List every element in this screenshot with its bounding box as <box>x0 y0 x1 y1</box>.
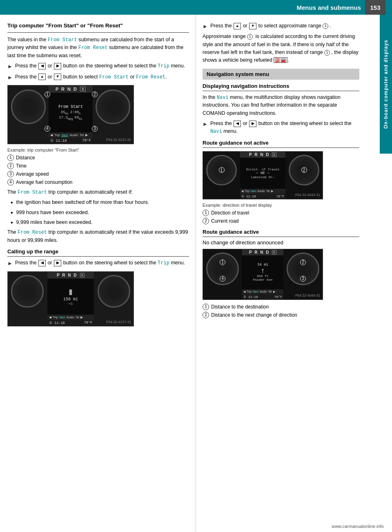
header-title: Menus and submenus <box>180 4 365 11</box>
from-reset-code: From Reset <box>78 45 108 51</box>
callout-r4-2: 2 <box>300 259 306 265</box>
cluster-image-2: P R N D S ▮ 150 mi —1 ◀ Trip <box>7 271 134 326</box>
from-reset-code-3: From Reset <box>18 230 47 235</box>
circle-r2: 2 <box>203 218 209 224</box>
bottom-row-1: ◀ Trip Navi Audio Tel ▶ <box>49 132 93 138</box>
gauge-right-1 <box>96 89 130 124</box>
callout-r4-4: 4 <box>220 276 225 282</box>
num-item-r1: 1 Direction of travel <box>203 209 359 217</box>
nav-tabs-2: ◀ Trip Navi Audio Tel ▶ <box>49 315 83 319</box>
data-row-2: 17.3mpg 68mi <box>59 116 82 121</box>
dot-2: • <box>11 209 13 217</box>
center-display-3: P R N D S Direct. of Travel — NE — Lakes… <box>240 152 285 199</box>
circle-range-3: 1 <box>324 50 330 56</box>
callout-1: 1 <box>45 92 50 97</box>
item1-label: Distance <box>16 154 35 161</box>
item2-label: Time <box>16 162 27 170</box>
s-label-1: S <box>80 87 86 92</box>
num-item-3: 3 Average speed <box>7 170 189 178</box>
cluster-image-1: P R N D S From Start 35mi 2:00h 17.3mpg … <box>7 85 134 144</box>
section2-title: Calling up the range <box>7 248 189 255</box>
page-footer: www.carmanualonline.info <box>332 524 384 529</box>
right-btn-icon-1: ▶ <box>54 63 61 69</box>
circle-3: 3 <box>7 171 14 177</box>
num-item-4: 4 Average fuel consumption <box>7 179 189 186</box>
route-active-divider <box>203 237 359 237</box>
left-btn-icon-r1: ◀ <box>234 121 241 127</box>
cluster-image-3-wrapper: 1 2 P R N D S Direct. of Travel — NE — L… <box>203 151 359 199</box>
navi-code-1: Navi <box>217 95 229 101</box>
temp-1: 70°F <box>82 139 91 143</box>
dot-item-2: • 999 hours have been exceeded. <box>7 209 189 217</box>
from-reset-code-2: From Reset <box>136 74 165 80</box>
nav-bullet-1: ► Press the ◀ or ▶ button on the steerin… <box>203 120 359 136</box>
right-btn-icon-r1: ▶ <box>249 121 256 127</box>
center-display-2: P R N D S ▮ 150 mi —1 ◀ Trip <box>47 272 94 326</box>
circle-r3: 1 <box>203 304 209 310</box>
circle-4: 4 <box>7 179 14 186</box>
display-nav-body: In the Navi menu, the multifunction disp… <box>203 94 359 117</box>
left-btn-icon-1: ◀ <box>38 63 46 69</box>
bottom-row-2: ◀ Trip Navi Audio Tel ▶ <box>47 315 94 320</box>
from-start-code-3: From Start <box>18 190 47 195</box>
arrow-icon-3: ► <box>7 259 13 268</box>
no-change-title: No change of direction announced <box>203 239 359 246</box>
from-start-display: From Start <box>58 105 83 109</box>
center-data-1: From Start 35mi 2:00h 17.3mpg 68mi <box>49 93 93 132</box>
right-bullet-top: ► Press the ▲ or ▼ to select approximate… <box>203 22 359 31</box>
route-active-title: Route guidance active <box>203 229 359 235</box>
right-btn-icon-2: ▶ <box>54 260 61 266</box>
trip-code-2: Trip <box>158 260 169 266</box>
route-inactive-title: Route guidance not active <box>203 140 359 146</box>
cluster-image-1-wrapper: P R N D S From Start 35mi 2:00h 17.3mpg … <box>7 85 189 144</box>
callout-r2: 2 <box>301 167 307 173</box>
arrow-icon-r2: ► <box>203 120 208 128</box>
watermark-3: P54.32-4043-31 <box>295 193 320 197</box>
img1-caption: Example: trip computer "From Start" <box>7 148 189 152</box>
img3-caption: Example: direction of travel display <box>203 203 359 208</box>
dot-1: • <box>11 199 13 206</box>
circle-2: 2 <box>7 163 14 169</box>
section2: Calling up the range ► Press the ◀ or ▶ … <box>7 248 189 326</box>
cluster-image-4: 1 4 2 3 P R N D S 34 mi ↑ 650 ft <box>203 249 323 300</box>
gauge-right-4: 2 3 <box>287 253 319 285</box>
trip-code-1: Trip <box>158 63 169 69</box>
callout-3: 3 <box>92 126 98 132</box>
watermark-4: P54.32-4044-31 <box>295 293 320 297</box>
cluster-image-3: 1 2 P R N D S Direct. of Travel — NE — L… <box>203 151 323 199</box>
dot-3: • <box>11 219 13 226</box>
body2: The From Start trip computer is automati… <box>7 188 189 197</box>
gauge-left-1 <box>11 89 46 124</box>
from-start-code: From Start <box>48 37 77 43</box>
num-item-2: 2 Time <box>7 162 189 170</box>
display-nav-title: Displaying navigation instructions <box>203 83 359 89</box>
center-display-4: P R N D S 34 mi ↑ 650 ft Palmer Ave ◀ Tr… <box>242 249 283 300</box>
item-r3-label: Distance to the destination <box>211 303 269 311</box>
gear-row-2: P R N D S <box>47 272 94 279</box>
callout-4: 4 <box>45 126 50 132</box>
right-column: ► Press the ▲ or ▼ to select approximate… <box>196 15 380 532</box>
content-area: Trip computer "From Start" or "From Rese… <box>0 15 392 532</box>
arrow-icon-1: ► <box>7 63 13 71</box>
gauge-left-2 <box>11 275 44 308</box>
circle-r4: 2 <box>203 312 209 318</box>
time-1: ① 11:18 <box>50 139 67 143</box>
bullet1: ► Press the ◀ or ▶ button on the steerin… <box>7 62 189 71</box>
section1-body1: The values in the From Start submenu are… <box>7 36 189 60</box>
watermark-2: P54.32-4237-31 <box>106 320 131 324</box>
side-tab-label: On-board computer and displays <box>380 15 392 154</box>
section1-divider <box>7 32 189 33</box>
callout-2: 2 <box>92 92 98 97</box>
gauge-right-3: 2 <box>289 155 319 186</box>
route-inactive-divider <box>203 148 359 148</box>
callout-r4-3: 3 <box>300 276 306 282</box>
circle-range: 1 <box>323 23 328 29</box>
gear-row-1: P R N D S <box>49 85 93 93</box>
nav-tabs-1: ◀ Trip Navi Audio Tel ▶ <box>50 133 88 137</box>
circle-r1: 1 <box>203 210 209 216</box>
center-display-1: P R N D S From Start 35mi 2:00h 17.3mpg … <box>49 85 93 144</box>
gauge-left-3: 1 <box>206 155 237 186</box>
arrow-icon-r1: ► <box>203 22 208 31</box>
dot-item-1: • the ignition has been switched off for… <box>7 199 189 206</box>
left-column: Trip computer "From Start" or "From Rese… <box>0 15 196 532</box>
